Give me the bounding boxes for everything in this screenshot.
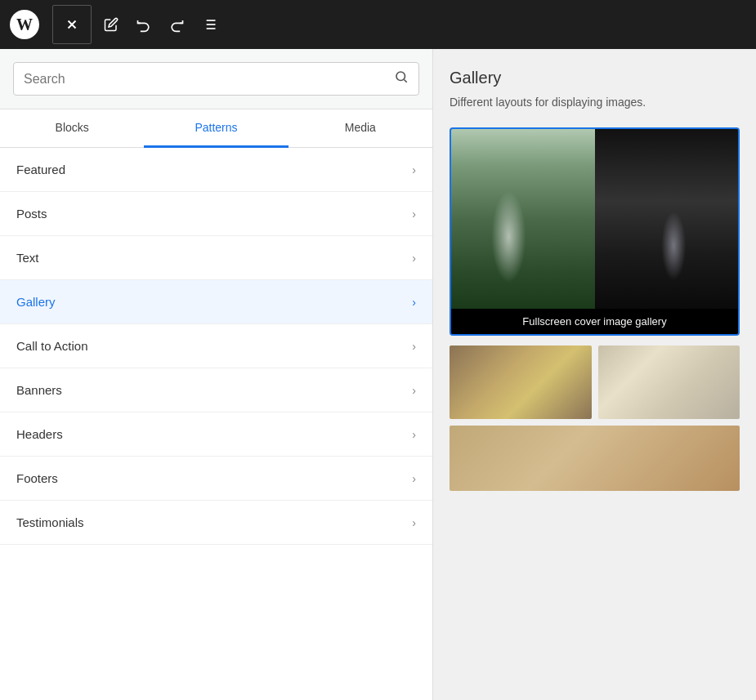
chevron-icon: › [412, 296, 416, 309]
main-layout: Blocks Patterns Media Featured › Posts ›… [0, 49, 756, 700]
preview-image-left [451, 129, 595, 309]
gallery-title: Gallery [450, 69, 740, 87]
pattern-item-posts[interactable]: Posts › [0, 192, 432, 236]
tab-patterns[interactable]: Patterns [144, 109, 288, 148]
search-box [13, 62, 419, 96]
wp-logo[interactable]: W [0, 0, 49, 49]
preview-image-right [595, 129, 739, 309]
close-button[interactable] [52, 5, 92, 44]
undo-button[interactable] [129, 10, 159, 39]
thumbnail-1[interactable] [450, 346, 592, 419]
left-panel: Blocks Patterns Media Featured › Posts ›… [0, 49, 433, 700]
chevron-icon: › [412, 428, 416, 441]
preview-images [451, 129, 738, 309]
toolbar: W [0, 0, 756, 49]
tab-blocks[interactable]: Blocks [0, 109, 144, 148]
svg-point-8 [396, 72, 405, 81]
pattern-item-banners[interactable]: Banners › [0, 368, 432, 412]
pattern-item-text[interactable]: Text › [0, 236, 432, 280]
chevron-icon: › [412, 207, 416, 221]
edit-button[interactable] [96, 10, 126, 39]
thumbnail-2[interactable] [598, 346, 740, 419]
preview-caption: Fullscreen cover image gallery [451, 309, 738, 334]
right-panel: Gallery Different layouts for displaying… [433, 49, 756, 700]
pattern-item-gallery[interactable]: Gallery › [0, 280, 432, 324]
thumbnail-row [450, 346, 740, 419]
pattern-item-headers[interactable]: Headers › [0, 412, 432, 457]
gallery-preview-card[interactable]: Fullscreen cover image gallery [450, 127, 740, 336]
chevron-icon: › [412, 472, 416, 485]
list-view-button[interactable] [195, 10, 224, 39]
chevron-icon: › [412, 516, 416, 529]
chevron-icon: › [412, 252, 416, 265]
search-input[interactable] [24, 72, 394, 87]
pattern-item-testimonials[interactable]: Testimonials › [0, 501, 432, 545]
pattern-item-footers[interactable]: Footers › [0, 457, 432, 501]
chevron-icon: › [412, 163, 416, 176]
gallery-desc: Different layouts for displaying images. [450, 94, 740, 111]
chevron-icon: › [412, 384, 416, 397]
search-area [0, 49, 432, 109]
pattern-item-featured[interactable]: Featured › [0, 148, 432, 192]
tab-media[interactable]: Media [289, 109, 432, 148]
chevron-icon: › [412, 340, 416, 353]
svg-line-9 [404, 79, 406, 82]
pattern-item-cta[interactable]: Call to Action › [0, 324, 432, 368]
pattern-list: Featured › Posts › Text › Gallery › Call… [0, 148, 432, 700]
tabs: Blocks Patterns Media [0, 109, 432, 148]
thumbnail-bottom[interactable] [450, 426, 740, 491]
search-icon[interactable] [394, 69, 409, 88]
redo-button[interactable] [162, 10, 191, 39]
